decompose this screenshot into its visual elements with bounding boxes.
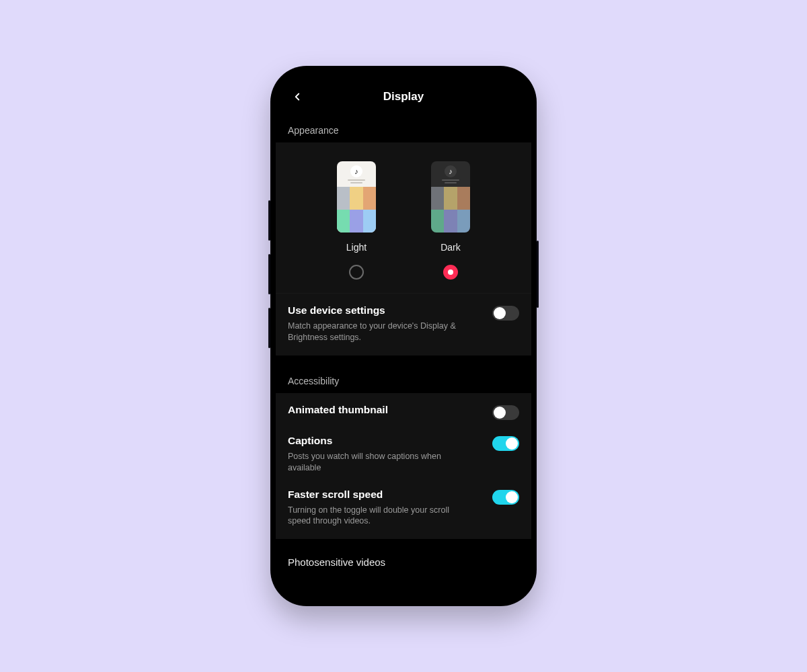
captions-toggle[interactable]: [492, 436, 519, 451]
photosensitive-section-label[interactable]: Photosensitive videos: [276, 552, 531, 575]
accessibility-section-label: Accessibility: [276, 369, 531, 393]
tiktok-icon: ♪: [350, 165, 362, 177]
use-device-desc: Match appearance to your device's Displa…: [288, 321, 456, 343]
page-title: Display: [383, 90, 424, 103]
faster-scroll-desc: Turning on the toggle will double your s…: [288, 505, 456, 528]
theme-thumbnail-light: ♪: [337, 161, 376, 233]
thumb-color-grid: [431, 187, 470, 233]
accessibility-panel: Animated thumbnail Captions Posts you wa…: [276, 393, 531, 540]
use-device-settings-row: Use device settings Match appearance to …: [288, 304, 519, 343]
captions-row: Captions Posts you watch will show capti…: [288, 435, 519, 474]
thumb-lines-icon: [442, 179, 459, 183]
animated-thumbnail-title: Animated thumbnail: [288, 404, 388, 416]
theme-option-light[interactable]: ♪ Light: [337, 161, 376, 280]
faster-scroll-row: Faster scroll speed Turning on the toggl…: [288, 489, 519, 528]
thumb-color-grid: [337, 187, 376, 233]
theme-label-light: Light: [346, 242, 367, 253]
theme-selector: ♪ Light: [276, 142, 531, 293]
theme-radio-dark[interactable]: [443, 265, 458, 280]
use-device-title: Use device settings: [288, 304, 456, 317]
captions-desc: Posts you watch will show captions when …: [288, 451, 456, 474]
use-device-row-wrap: Use device settings Match appearance to …: [276, 293, 531, 355]
animated-thumbnail-toggle[interactable]: [492, 405, 519, 420]
captions-title: Captions: [288, 435, 456, 447]
scroll-area[interactable]: Display Appearance ♪: [276, 71, 531, 601]
theme-thumbnail-dark: ♪: [431, 161, 470, 233]
theme-option-dark[interactable]: ♪ Dark: [431, 161, 470, 280]
phone-screen: Display Appearance ♪: [276, 71, 531, 601]
appearance-section-label: Appearance: [276, 118, 531, 142]
theme-label-dark: Dark: [440, 242, 461, 253]
nav-header: Display: [276, 75, 531, 118]
use-device-toggle[interactable]: [492, 306, 519, 321]
faster-scroll-toggle[interactable]: [492, 490, 519, 505]
phone-frame: Display Appearance ♪: [270, 66, 537, 606]
tiktok-icon: ♪: [445, 165, 457, 177]
theme-radio-light[interactable]: [349, 265, 364, 280]
chevron-left-icon: [291, 91, 303, 103]
faster-scroll-title: Faster scroll speed: [288, 489, 456, 501]
back-button[interactable]: [291, 90, 304, 103]
animated-thumbnail-row: Animated thumbnail: [288, 404, 519, 420]
appearance-panel: ♪ Light: [276, 142, 531, 355]
page-frame: Display Appearance ♪: [0, 0, 807, 672]
thumb-lines-icon: [348, 179, 365, 183]
